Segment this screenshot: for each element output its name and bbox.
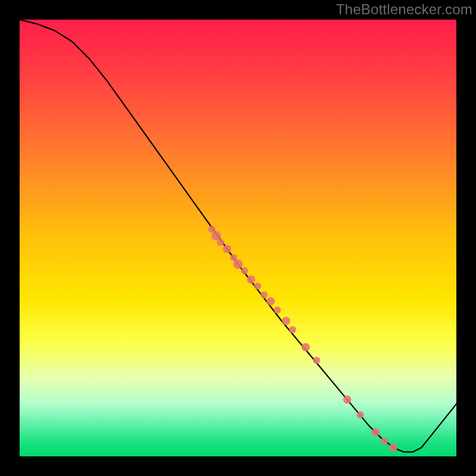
data-point bbox=[233, 259, 243, 269]
data-point bbox=[371, 428, 380, 437]
data-point bbox=[241, 267, 248, 274]
watermark-label: TheBottlenecker.com bbox=[336, 1, 472, 18]
bottleneck-curve-svg bbox=[20, 20, 456, 456]
data-point bbox=[254, 283, 261, 290]
data-point bbox=[313, 357, 320, 364]
data-point bbox=[223, 245, 231, 253]
data-point bbox=[217, 239, 224, 246]
marker-group bbox=[208, 226, 397, 452]
plot-area bbox=[20, 20, 456, 456]
bottleneck-curve bbox=[20, 20, 456, 452]
data-point bbox=[302, 343, 310, 352]
data-point bbox=[274, 306, 281, 314]
data-point bbox=[381, 437, 388, 444]
data-point bbox=[357, 411, 364, 418]
data-point bbox=[289, 326, 296, 333]
data-point bbox=[389, 443, 397, 452]
data-point bbox=[267, 297, 275, 305]
data-point bbox=[343, 396, 352, 404]
data-point bbox=[261, 291, 268, 298]
chart-frame: TheBottlenecker.com bbox=[0, 0, 476, 476]
data-point bbox=[282, 317, 290, 325]
data-point bbox=[247, 275, 255, 284]
